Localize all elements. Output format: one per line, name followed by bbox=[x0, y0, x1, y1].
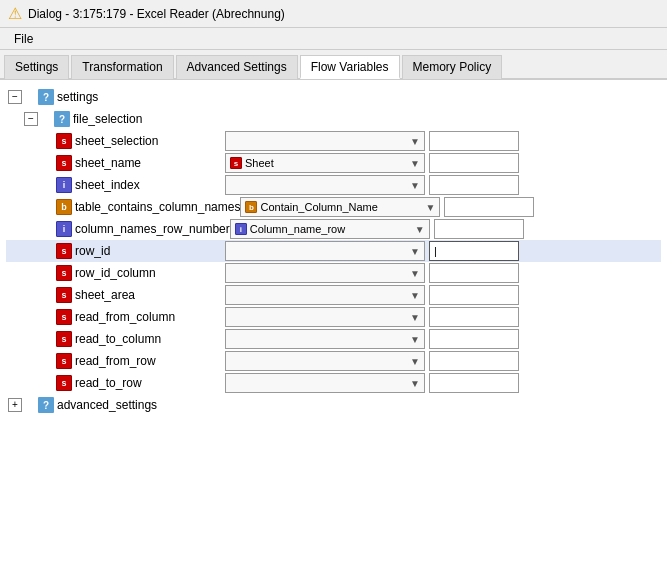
icon-read-to-column: s bbox=[56, 331, 72, 347]
input-read-from-column[interactable] bbox=[429, 307, 519, 327]
label-table-contains-column-names: table_contains_column_names bbox=[75, 200, 240, 214]
dropdown-read-to-column[interactable]: ▼ bbox=[225, 329, 425, 349]
dropdown-sheet-name[interactable]: s Sheet ▼ bbox=[225, 153, 425, 173]
tab-bar: Settings Transformation Advanced Setting… bbox=[0, 50, 667, 80]
dropdown-colrow-value: Column_name_row bbox=[250, 223, 345, 235]
input-column-names-row-number[interactable] bbox=[434, 219, 524, 239]
input-read-from-row[interactable] bbox=[429, 351, 519, 371]
dropdown-column-names-row-number[interactable]: i Column_name_row ▼ bbox=[230, 219, 430, 239]
tree-row-row-id: s row_id ▼ bbox=[6, 240, 661, 262]
label-sheet-index: sheet_index bbox=[75, 178, 225, 192]
warning-icon: ⚠ bbox=[8, 4, 22, 23]
expand-settings[interactable]: − bbox=[8, 90, 22, 104]
tree-row-read-from-column: s read_from_column ▼ bbox=[6, 306, 661, 328]
label-read-from-row: read_from_row bbox=[75, 354, 225, 368]
tree-row-settings: − ? settings bbox=[6, 86, 661, 108]
icon-row-id-column: s bbox=[56, 265, 72, 281]
input-sheet-index[interactable] bbox=[429, 175, 519, 195]
label-read-from-column: read_from_column bbox=[75, 310, 225, 324]
tab-advanced-settings[interactable]: Advanced Settings bbox=[176, 55, 298, 79]
input-row-id[interactable] bbox=[429, 241, 519, 261]
tree-row-sheet-selection: s sheet_selection ▼ bbox=[6, 130, 661, 152]
dropdown-sheet-name-icon: s bbox=[230, 157, 242, 169]
icon-row-id: s bbox=[56, 243, 72, 259]
dropdown-sheet-index[interactable]: ▼ bbox=[225, 175, 425, 195]
dropdown-row-id[interactable]: ▼ bbox=[225, 241, 425, 261]
icon-advanced-settings: ? bbox=[38, 397, 54, 413]
dropdown-sheet-area[interactable]: ▼ bbox=[225, 285, 425, 305]
icon-settings: ? bbox=[38, 89, 54, 105]
menu-file[interactable]: File bbox=[8, 30, 39, 48]
dropdown-sheet-selection[interactable]: ▼ bbox=[225, 131, 425, 151]
input-sheet-area[interactable] bbox=[429, 285, 519, 305]
dropdown-table-icon: b bbox=[245, 201, 257, 213]
content-area: − ? settings − ? file_selection s sheet_… bbox=[0, 80, 667, 564]
dropdown-row-id-column[interactable]: ▼ bbox=[225, 263, 425, 283]
dropdown-read-from-column[interactable]: ▼ bbox=[225, 307, 425, 327]
tree-row-read-to-row: s read_to_row ▼ bbox=[6, 372, 661, 394]
label-file-selection: file_selection bbox=[73, 112, 233, 126]
icon-read-from-row: s bbox=[56, 353, 72, 369]
input-row-id-column[interactable] bbox=[429, 263, 519, 283]
label-column-names-row-number: column_names_row_number bbox=[75, 222, 230, 236]
label-advanced-settings: advanced_settings bbox=[57, 398, 217, 412]
label-row-id: row_id bbox=[75, 244, 225, 258]
icon-file-selection: ? bbox=[54, 111, 70, 127]
icon-column-names-row-number: i bbox=[56, 221, 72, 237]
input-read-to-row[interactable] bbox=[429, 373, 519, 393]
dropdown-sheet-name-value: Sheet bbox=[245, 157, 274, 169]
tree-row-sheet-area: s sheet_area ▼ bbox=[6, 284, 661, 306]
tab-transformation[interactable]: Transformation bbox=[71, 55, 173, 79]
icon-table-contains-column-names: b bbox=[56, 199, 72, 215]
icon-read-to-row: s bbox=[56, 375, 72, 391]
dropdown-table-contains-column-names[interactable]: b Contain_Column_Name ▼ bbox=[240, 197, 440, 217]
tree-row-sheet-name: s sheet_name s Sheet ▼ bbox=[6, 152, 661, 174]
dropdown-read-from-row[interactable]: ▼ bbox=[225, 351, 425, 371]
tree-row-advanced-settings: + ? advanced_settings bbox=[6, 394, 661, 416]
icon-sheet-name: s bbox=[56, 155, 72, 171]
tree-row-column-names-row-number: i column_names_row_number i Column_name_… bbox=[6, 218, 661, 240]
label-read-to-row: read_to_row bbox=[75, 376, 225, 390]
input-table-contains-column-names[interactable] bbox=[444, 197, 534, 217]
dropdown-table-value: Contain_Column_Name bbox=[260, 201, 377, 213]
label-sheet-name: sheet_name bbox=[75, 156, 225, 170]
dropdown-colrow-icon: i bbox=[235, 223, 247, 235]
tree-row-read-from-row: s read_from_row ▼ bbox=[6, 350, 661, 372]
label-row-id-column: row_id_column bbox=[75, 266, 225, 280]
input-sheet-name[interactable] bbox=[429, 153, 519, 173]
tree-row-read-to-column: s read_to_column ▼ bbox=[6, 328, 661, 350]
menu-bar: File bbox=[0, 28, 667, 50]
window-title: Dialog - 3:175:179 - Excel Reader (Abrec… bbox=[28, 7, 285, 21]
input-sheet-selection[interactable] bbox=[429, 131, 519, 151]
dropdown-read-to-row[interactable]: ▼ bbox=[225, 373, 425, 393]
input-read-to-column[interactable] bbox=[429, 329, 519, 349]
label-read-to-column: read_to_column bbox=[75, 332, 225, 346]
tree-row-table-contains-column-names: b table_contains_column_names b Contain_… bbox=[6, 196, 661, 218]
tree-row-sheet-index: i sheet_index ▼ bbox=[6, 174, 661, 196]
icon-sheet-area: s bbox=[56, 287, 72, 303]
tab-memory-policy[interactable]: Memory Policy bbox=[402, 55, 503, 79]
expand-advanced-settings[interactable]: + bbox=[8, 398, 22, 412]
label-sheet-area: sheet_area bbox=[75, 288, 225, 302]
icon-sheet-selection: s bbox=[56, 133, 72, 149]
title-bar: ⚠ Dialog - 3:175:179 - Excel Reader (Abr… bbox=[0, 0, 667, 28]
label-sheet-selection: sheet_selection bbox=[75, 134, 225, 148]
icon-read-from-column: s bbox=[56, 309, 72, 325]
tab-settings[interactable]: Settings bbox=[4, 55, 69, 79]
icon-sheet-index: i bbox=[56, 177, 72, 193]
tree-row-row-id-column: s row_id_column ▼ bbox=[6, 262, 661, 284]
expand-file-selection[interactable]: − bbox=[24, 112, 38, 126]
label-settings: settings bbox=[57, 90, 217, 104]
tree-row-file-selection: − ? file_selection bbox=[6, 108, 661, 130]
tab-flow-variables[interactable]: Flow Variables bbox=[300, 55, 400, 79]
